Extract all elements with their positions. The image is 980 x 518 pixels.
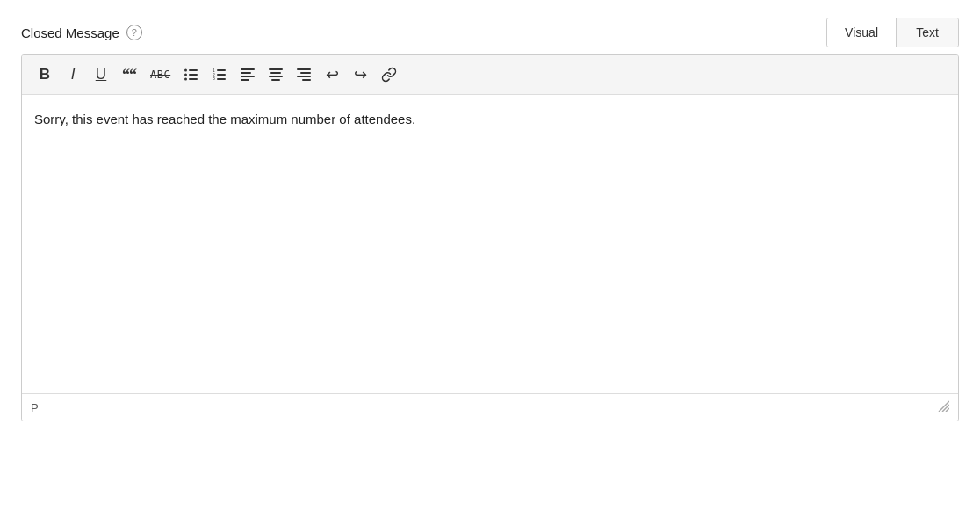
svg-rect-9	[217, 69, 226, 71]
svg-rect-17	[270, 72, 281, 74]
svg-rect-16	[269, 68, 283, 70]
header-row: Closed Message ? Visual Text	[21, 18, 959, 47]
help-icon[interactable]: ?	[126, 25, 142, 40]
link-button[interactable]	[376, 62, 402, 87]
svg-rect-19	[271, 79, 280, 81]
toolbar: B I U ““ ABC 1 2 3	[22, 55, 958, 95]
svg-rect-20	[297, 68, 311, 70]
svg-rect-1	[189, 69, 198, 71]
svg-rect-21	[300, 72, 311, 74]
italic-button[interactable]: I	[61, 62, 85, 87]
undo-button[interactable]: ↩	[320, 62, 344, 87]
field-label: Closed Message	[21, 25, 119, 40]
redo-button[interactable]: ↪	[348, 62, 372, 87]
resize-handle[interactable]	[937, 399, 949, 415]
bold-button[interactable]: B	[32, 62, 57, 87]
editor-wrapper: B I U ““ ABC 1 2 3	[21, 54, 959, 421]
svg-point-0	[184, 69, 187, 72]
svg-text:3: 3	[213, 76, 215, 81]
strikethrough-button[interactable]: ABC	[145, 62, 176, 87]
svg-rect-22	[297, 76, 311, 77]
svg-point-4	[184, 78, 187, 81]
align-center-button[interactable]	[263, 62, 288, 87]
svg-rect-13	[241, 72, 251, 74]
align-right-button[interactable]	[292, 62, 316, 87]
svg-line-25	[946, 408, 949, 412]
underline-button[interactable]: U	[89, 62, 113, 87]
svg-rect-18	[269, 76, 283, 77]
editor-footer: P	[22, 393, 958, 421]
label-area: Closed Message ?	[21, 25, 142, 40]
svg-rect-10	[217, 74, 226, 76]
svg-line-24	[942, 405, 949, 412]
svg-rect-3	[189, 74, 198, 76]
ordered-list-button[interactable]: 1 2 3	[207, 62, 232, 87]
svg-rect-5	[189, 78, 198, 80]
footer-tag: P	[31, 401, 39, 414]
tab-text[interactable]: Text	[897, 18, 958, 47]
tab-visual[interactable]: Visual	[827, 18, 897, 47]
svg-point-2	[184, 74, 187, 76]
unordered-list-button[interactable]	[179, 62, 204, 87]
svg-rect-15	[241, 79, 249, 81]
align-left-button[interactable]	[235, 62, 260, 87]
svg-rect-14	[241, 76, 255, 77]
svg-rect-11	[217, 78, 226, 80]
svg-rect-12	[241, 68, 255, 70]
blockquote-button[interactable]: ““	[117, 62, 141, 87]
editor-content[interactable]: Sorry, this event has reached the maximu…	[22, 95, 958, 393]
svg-rect-23	[302, 79, 311, 81]
tab-group: Visual Text	[826, 18, 959, 47]
